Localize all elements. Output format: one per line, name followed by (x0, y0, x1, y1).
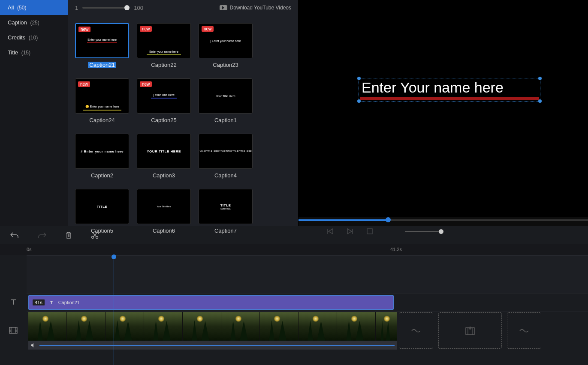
resize-handle[interactable] (538, 77, 542, 80)
thumbnail-preview[interactable]: # Enter your name here (75, 134, 129, 169)
thumbnail-item[interactable]: newEnter your name hereCaption22 (137, 23, 191, 68)
thumbnail-text: | Enter your name here (210, 39, 241, 42)
prev-frame-button[interactable] (326, 227, 335, 236)
volume-thumb[interactable] (439, 229, 443, 234)
youtube-icon (220, 5, 227, 10)
thumbnail-preview[interactable]: TITLE (75, 189, 129, 224)
undo-button[interactable] (10, 232, 19, 239)
clip-duration: 41s (33, 299, 45, 305)
transition-drop-zone[interactable] (399, 312, 433, 349)
video-frame (67, 312, 106, 341)
text-track[interactable]: 41s Caption21 (27, 293, 588, 311)
zoom-thumb[interactable] (124, 5, 130, 10)
thumbnail-preview[interactable]: newEnter your name here (137, 23, 191, 58)
scrub-fill (299, 219, 388, 221)
tracks-area: 41s Caption21 (0, 255, 588, 365)
preview-scrubber[interactable] (299, 219, 588, 221)
next-frame-button[interactable] (346, 227, 354, 236)
thumbnail-item[interactable]: Your Title HereCaption1 (199, 78, 253, 123)
thumbnail-label: Caption2 (91, 172, 113, 179)
track-label-text (0, 293, 27, 311)
new-badge: new (140, 26, 152, 32)
thumbnail-item[interactable]: # Enter your name hereCaption2 (75, 134, 129, 179)
new-badge: new (78, 27, 90, 32)
transition-drop-zone[interactable] (507, 312, 541, 349)
thumbnail-text: TITLE (97, 205, 108, 209)
thumbnail-label: Caption3 (153, 172, 175, 179)
overlay-underline (360, 97, 539, 100)
zoom-max-label: 100 (134, 5, 143, 11)
thumbnail-text: YOUR TITLE HERE (147, 150, 181, 153)
thumbnail-item[interactable]: new😊 Enter your name hereCaption24 (75, 78, 129, 123)
media-drop-zone[interactable] (438, 312, 502, 349)
new-badge: new (78, 81, 90, 87)
thumbnail-grid: newEnter your name hereCaption21newEnter… (75, 23, 291, 234)
thumbnail-preview[interactable]: TITLESUBTITLE (199, 189, 253, 224)
thumbnail-item[interactable]: TITLESUBTITLECaption7 (199, 189, 253, 234)
zoom-min-label: 1 (75, 5, 78, 11)
timeline-ruler[interactable]: 0s 41.2s (0, 244, 588, 255)
resize-handle[interactable] (538, 99, 542, 103)
preview-canvas[interactable]: Enter Your name here (299, 0, 588, 217)
thumbnail-preview[interactable]: Your Title Here (137, 189, 191, 224)
sidebar-count: (25) (30, 20, 39, 26)
scrub-thumb[interactable] (386, 217, 391, 222)
thumbnail-preview[interactable]: new| Your Title Here (137, 78, 191, 114)
thumbnail-preview[interactable]: new😊 Enter your name here (75, 78, 129, 114)
playhead[interactable] (114, 255, 114, 365)
thumbnail-preview[interactable]: new| Enter your name here (199, 23, 253, 58)
thumbnail-label: Caption25 (151, 117, 176, 123)
ruler-start-label: 0s (27, 247, 32, 252)
sidebar-item-title[interactable]: Title (15) (0, 45, 68, 60)
thumbnail-text: # Enter your name here (81, 150, 124, 153)
sidebar-label: All (8, 4, 14, 11)
sidebar-count: (15) (21, 50, 30, 56)
redo-button[interactable] (38, 232, 46, 239)
timeline-section: 0s 41.2s (0, 226, 588, 365)
thumbnail-preview[interactable]: YOUR TITLE HERE YOUR TITLE YOUR TITLE HE… (199, 134, 253, 169)
resize-handle[interactable] (357, 77, 361, 80)
text-overlay[interactable]: Enter Your name here (359, 78, 540, 102)
thumbnail-label: Caption6 (153, 227, 175, 234)
browser-header: 1 100 Download YouTube Videos (68, 0, 298, 15)
thumbnail-text: Enter your name here (137, 50, 190, 53)
thumbnail-underline (83, 110, 121, 111)
empty-track[interactable] (27, 255, 588, 293)
download-youtube-link[interactable]: Download YouTube Videos (220, 5, 291, 11)
thumbnail-item[interactable]: YOUR TITLE HERE YOUR TITLE YOUR TITLE HE… (199, 134, 253, 179)
thumbnail-preview[interactable]: YOUR TITLE HERE (137, 134, 191, 169)
audio-clip[interactable] (28, 341, 397, 350)
thumbnail-label: Caption4 (214, 172, 237, 179)
playhead-handle[interactable] (112, 254, 116, 259)
sidebar-item-caption[interactable]: Caption (25) (0, 15, 68, 30)
ruler-mark-label: 41.2s (390, 247, 402, 252)
overlay-text[interactable]: Enter Your name here (360, 79, 539, 96)
download-label: Download YouTube Videos (230, 5, 291, 11)
sidebar: All (50) Caption (25) Credits (10) Title… (0, 0, 68, 242)
thumbnail-text: Your Title Here (216, 95, 235, 98)
thumbnail-zoom-slider[interactable] (82, 7, 130, 9)
thumbnail-text: 😊 Enter your name here (75, 105, 129, 108)
video-frame (260, 312, 299, 341)
video-frame (376, 312, 397, 341)
thumbnail-item[interactable]: TITLECaption5 (75, 189, 129, 234)
thumbnail-preview[interactable]: Your Title Here (199, 78, 253, 114)
svg-rect-0 (367, 229, 372, 234)
resize-handle[interactable] (357, 99, 361, 103)
thumbnail-item[interactable]: new| Enter your name hereCaption23 (199, 23, 253, 68)
thumbnail-item[interactable]: YOUR TITLE HERECaption3 (137, 134, 191, 179)
thumbnail-underline (87, 42, 117, 43)
sidebar-item-credits[interactable]: Credits (10) (0, 30, 68, 45)
thumbnail-text: | Your Title Here (151, 93, 177, 96)
thumbnail-item[interactable]: newEnter your name hereCaption21 (75, 23, 129, 68)
sidebar-item-all[interactable]: All (50) (0, 0, 68, 15)
thumbnail-underline (147, 54, 181, 55)
stop-button[interactable] (365, 227, 374, 236)
video-frame (28, 312, 67, 341)
video-clip[interactable] (28, 312, 397, 341)
thumbnail-item[interactable]: Your Title HereCaption6 (137, 189, 191, 234)
thumbnail-item[interactable]: new| Your Title HereCaption25 (137, 78, 191, 123)
text-clip[interactable]: 41s Caption21 (28, 295, 394, 310)
volume-slider[interactable] (405, 231, 443, 232)
thumbnail-preview[interactable]: newEnter your name here (75, 23, 129, 58)
